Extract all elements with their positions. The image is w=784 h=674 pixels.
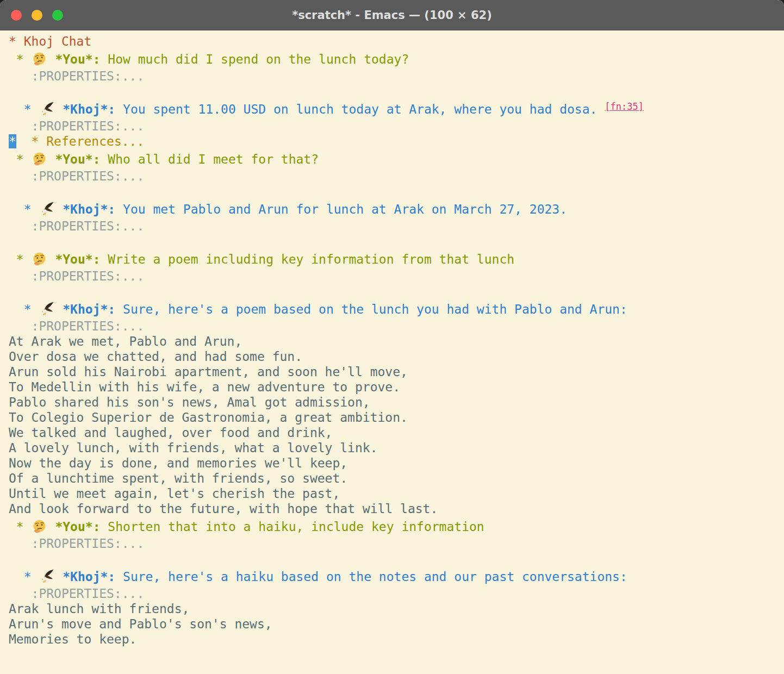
blank-line[interactable] bbox=[9, 84, 784, 99]
eagle-icon bbox=[39, 302, 55, 317]
poem-line[interactable]: Pablo shared his son's news, Amal got ad… bbox=[9, 395, 784, 410]
thinking-face-icon bbox=[32, 52, 48, 67]
references-heading[interactable]: * * References... bbox=[9, 134, 784, 149]
poem-line[interactable]: At Arak we met, Pablo and Arun, bbox=[9, 334, 784, 349]
properties-drawer-folded[interactable]: :PROPERTIES:... bbox=[9, 169, 144, 183]
haiku-text: Arak lunch with friends, bbox=[9, 602, 189, 616]
poem-text: Until we meet again, let's cherish the p… bbox=[9, 486, 340, 501]
text-cursor: * bbox=[9, 134, 16, 148]
properties-drawer[interactable]: :PROPERTIES:... bbox=[9, 586, 784, 601]
poem-text: We talked and laughed, over food and dri… bbox=[9, 426, 332, 440]
poem-line[interactable]: A lovely lunch, with friends, what a lov… bbox=[9, 440, 784, 455]
poem-line[interactable]: To Colegio Superior de Gastronomia, a gr… bbox=[9, 410, 784, 425]
org-star: * bbox=[9, 102, 39, 116]
khoj-speaker-label: *Khoj*: bbox=[63, 570, 115, 584]
poem-line[interactable]: Arun sold his Nairobi apartment, and soo… bbox=[9, 364, 784, 379]
haiku-line[interactable]: Arak lunch with friends, bbox=[9, 601, 784, 616]
haiku-text: Memories to keep. bbox=[9, 632, 136, 646]
poem-line[interactable]: Over dosa we chatted, and had some fun. bbox=[9, 349, 784, 364]
haiku-line[interactable]: Arun's move and Pablo's son's news, bbox=[9, 616, 784, 632]
properties-drawer[interactable]: :PROPERTIES:... bbox=[9, 536, 784, 551]
khoj-speaker-label: *Khoj*: bbox=[63, 102, 115, 116]
window-title: *scratch* - Emacs — (100 × 62) bbox=[0, 0, 784, 30]
you-speaker-label: *You*: bbox=[55, 152, 100, 166]
poem-line[interactable]: To Medellin with his wife, a new adventu… bbox=[9, 379, 784, 395]
eagle-icon bbox=[39, 569, 55, 584]
khoj-speaker-label: *Khoj*: bbox=[63, 202, 115, 216]
text-segment bbox=[48, 152, 55, 166]
properties-drawer-folded[interactable]: :PROPERTIES:... bbox=[9, 69, 144, 83]
text-segment bbox=[16, 134, 32, 148]
text-segment bbox=[48, 252, 55, 266]
properties-drawer[interactable]: :PROPERTIES:... bbox=[9, 168, 784, 184]
poem-text: Now the day is done, and memories we'll … bbox=[9, 456, 347, 470]
chat-message-khoj-4[interactable]: * *Khoj*: Sure, here's a haiku based on … bbox=[9, 566, 784, 586]
org-star: * bbox=[9, 520, 32, 534]
properties-drawer[interactable]: :PROPERTIES:... bbox=[9, 219, 784, 234]
blank-line[interactable] bbox=[9, 551, 784, 566]
poem-text: To Colegio Superior de Gastronomia, a gr… bbox=[9, 410, 408, 425]
chat-message-you-1[interactable]: * *You*: How much did I spend on the lun… bbox=[9, 49, 784, 68]
poem-text: Over dosa we chatted, and had some fun. bbox=[9, 350, 302, 364]
message-text: Write a poem including key information f… bbox=[101, 252, 515, 266]
chat-message-you-3[interactable]: * *You*: Write a poem including key info… bbox=[9, 249, 784, 269]
properties-drawer-folded[interactable]: :PROPERTIES:... bbox=[9, 119, 144, 133]
chat-message-you-4[interactable]: * *You*: Shorten that into a haiku, incl… bbox=[9, 516, 784, 536]
footnote-link[interactable]: [fn:35] bbox=[605, 101, 644, 112]
haiku-text: Arun's move and Pablo's son's news, bbox=[9, 617, 272, 631]
eagle-icon bbox=[39, 202, 55, 217]
poem-text: Arun sold his Nairobi apartment, and soo… bbox=[9, 365, 408, 379]
zoom-button[interactable] bbox=[52, 10, 63, 21]
chat-message-you-2[interactable]: * *You*: Who all did I meet for that? bbox=[9, 149, 784, 168]
chat-message-khoj-3[interactable]: * *Khoj*: Sure, here's a poem based on t… bbox=[9, 299, 784, 319]
poem-line[interactable]: We talked and laughed, over food and dri… bbox=[9, 425, 784, 440]
poem-text: Of a lunchtime spent, with friends, so s… bbox=[9, 471, 347, 485]
org-star: * bbox=[9, 252, 32, 266]
poem-line[interactable]: Until we meet again, let's cherish the p… bbox=[9, 486, 784, 501]
properties-drawer[interactable]: :PROPERTIES:... bbox=[9, 68, 784, 84]
org-star: * bbox=[9, 52, 32, 66]
blank-line[interactable] bbox=[9, 284, 784, 299]
thinking-face-icon bbox=[32, 519, 48, 534]
poem-line[interactable]: Now the day is done, and memories we'll … bbox=[9, 455, 784, 471]
properties-drawer-folded[interactable]: :PROPERTIES:... bbox=[9, 586, 144, 601]
properties-drawer-folded[interactable]: :PROPERTIES:... bbox=[9, 319, 144, 333]
chat-message-khoj-2[interactable]: * *Khoj*: You met Pablo and Arun for lun… bbox=[9, 199, 784, 219]
khoj-speaker-label: *Khoj*: bbox=[63, 302, 115, 316]
poem-line[interactable]: And look forward to the future, with hop… bbox=[9, 501, 784, 516]
close-button[interactable] bbox=[11, 10, 22, 21]
you-speaker-label: *You*: bbox=[55, 52, 100, 66]
org-star: * bbox=[9, 152, 32, 166]
properties-drawer[interactable]: :PROPERTIES:... bbox=[9, 269, 784, 284]
properties-drawer-folded[interactable]: :PROPERTIES:... bbox=[9, 269, 144, 283]
blank-line[interactable] bbox=[9, 184, 784, 199]
message-text: Shorten that into a haiku, include key i… bbox=[101, 520, 484, 534]
text-segment bbox=[55, 202, 63, 216]
haiku-line[interactable]: Memories to keep. bbox=[9, 632, 784, 647]
poem-text: A lovely lunch, with friends, what a lov… bbox=[9, 441, 378, 455]
properties-drawer[interactable]: :PROPERTIES:... bbox=[9, 319, 784, 334]
message-text: How much did I spend on the lunch today? bbox=[101, 52, 409, 66]
references-label[interactable]: * References... bbox=[32, 134, 145, 148]
chat-message-khoj-1[interactable]: * *Khoj*: You spent 11.00 USD on lunch t… bbox=[9, 99, 784, 118]
traffic-lights bbox=[11, 10, 63, 21]
message-text: Sure, here's a poem based on the lunch y… bbox=[115, 302, 627, 316]
you-speaker-label: *You*: bbox=[55, 520, 100, 534]
text-segment bbox=[55, 302, 63, 316]
titlebar[interactable]: *scratch* - Emacs — (100 × 62) bbox=[0, 0, 784, 30]
poem-text: To Medellin with his wife, a new adventu… bbox=[9, 380, 400, 394]
thinking-face-icon bbox=[32, 252, 48, 267]
text-segment bbox=[55, 102, 63, 116]
properties-drawer-folded[interactable]: :PROPERTIES:... bbox=[9, 219, 144, 233]
minimize-button[interactable] bbox=[32, 10, 42, 21]
text-segment bbox=[55, 570, 63, 584]
org-heading-khoj-chat[interactable]: * Khoj Chat bbox=[9, 34, 784, 49]
message-text: Who all did I meet for that? bbox=[101, 152, 319, 166]
khoj-chat-heading: * Khoj Chat bbox=[9, 34, 91, 48]
properties-drawer-folded[interactable]: :PROPERTIES:... bbox=[9, 536, 144, 551]
thinking-face-icon bbox=[32, 152, 48, 167]
emacs-buffer[interactable]: * Khoj Chat * *You*: How much did I spen… bbox=[0, 30, 784, 674]
properties-drawer[interactable]: :PROPERTIES:... bbox=[9, 118, 784, 134]
poem-line[interactable]: Of a lunchtime spent, with friends, so s… bbox=[9, 471, 784, 486]
blank-line[interactable] bbox=[9, 234, 784, 249]
